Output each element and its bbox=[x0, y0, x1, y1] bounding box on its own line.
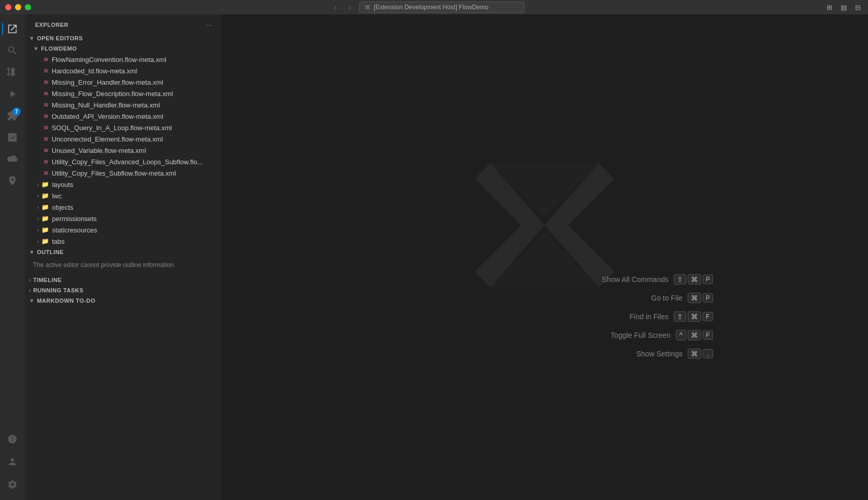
folder-objects[interactable]: › 📁 objects bbox=[25, 201, 221, 213]
key-cmd-5: ⌘ bbox=[688, 349, 701, 359]
key-cmd-1: ⌘ bbox=[688, 274, 701, 285]
close-dot[interactable] bbox=[5, 4, 11, 10]
file-soql-query[interactable]: ≋ SOQL_Query_In_A_Loop.flow-meta.xml bbox=[25, 122, 221, 133]
timeline-chevron: › bbox=[29, 277, 31, 283]
outline-section-header[interactable]: ▼ Outline bbox=[25, 247, 221, 257]
hint-label-toggle-fullscreen: Toggle Full Screen bbox=[611, 331, 671, 339]
file-label-6: Outdated_API_Version.flow-meta.xml bbox=[52, 113, 163, 120]
editor-area: Show All Commands ⇧ ⌘ P Go to File ⌘ P F… bbox=[221, 14, 868, 500]
source-control-activity-icon[interactable] bbox=[2, 62, 23, 83]
run-activity-icon[interactable] bbox=[2, 84, 23, 104]
flow-icon-10: ≋ bbox=[43, 158, 49, 165]
layout-button-2[interactable]: ▤ bbox=[839, 3, 849, 12]
layout-button-1[interactable]: ⊞ bbox=[825, 3, 834, 12]
folder-label-lwc: lwc bbox=[52, 192, 62, 200]
account-activity-icon[interactable] bbox=[2, 451, 23, 472]
layout-button-3[interactable]: ⊟ bbox=[853, 3, 863, 12]
sidebar: Explorer ··· ▼ Open Editors ▼ FlowDemo ≋… bbox=[25, 14, 221, 500]
flow-icon-2: ≋ bbox=[43, 67, 49, 74]
title-bar-center: ‹ › ⌘ [Extension Development Host] FlowD… bbox=[31, 2, 825, 13]
hint-label-show-commands: Show All Commands bbox=[602, 275, 669, 284]
search-activity-icon[interactable] bbox=[2, 40, 23, 61]
hint-label-show-settings: Show Settings bbox=[637, 350, 683, 358]
title-bar-label: [Extension Development Host] FlowDemo bbox=[374, 4, 488, 11]
flow-icon-7: ≋ bbox=[43, 124, 49, 131]
file-missing-error[interactable]: ≋ Missing_Error_Handler.flow-meta.xml bbox=[25, 76, 221, 88]
extensions-badge: 7 bbox=[12, 107, 21, 116]
sidebar-title: Explorer bbox=[35, 22, 69, 28]
flow-icon-3: ≋ bbox=[43, 79, 49, 86]
key-cmd-3: ⌘ bbox=[688, 311, 701, 322]
key-shift-3: ⇧ bbox=[674, 311, 686, 322]
open-editors-chevron: ▼ bbox=[29, 35, 35, 41]
flowdemo-label: FlowDemo bbox=[41, 45, 76, 52]
file-missing-flow-desc[interactable]: ≋ Missing_Flow_Description.flow-meta.xml bbox=[25, 88, 221, 99]
outline-label: Outline bbox=[37, 249, 64, 255]
hint-show-settings: Show Settings ⌘ , bbox=[602, 349, 713, 359]
file-outdated-api[interactable]: ≋ Outdated_API_Version.flow-meta.xml bbox=[25, 111, 221, 122]
folder-icon-permissionsets: 📁 bbox=[41, 215, 49, 222]
folder-chevron-layouts: › bbox=[37, 181, 39, 187]
key-p-2: P bbox=[703, 293, 713, 303]
test-activity-icon[interactable] bbox=[2, 127, 23, 148]
window-controls bbox=[5, 4, 31, 10]
main-layout: 7 Explorer ··· bbox=[0, 14, 868, 500]
file-label-8: Unconnected_Element.flow-meta.xml bbox=[52, 135, 163, 143]
sidebar-header-actions: ··· bbox=[204, 20, 214, 30]
markdown-todo-section-header[interactable]: ▼ Markdown To-Do bbox=[25, 295, 221, 306]
file-label-2: Hardcoded_Id.flow-meta.xml bbox=[52, 67, 137, 75]
sidebar-more-actions-button[interactable]: ··· bbox=[204, 20, 214, 30]
folder-chevron-tabs: › bbox=[37, 238, 39, 244]
hint-keys-show-commands: ⇧ ⌘ P bbox=[674, 274, 713, 285]
flowdemo-section-header[interactable]: ▼ FlowDemo bbox=[25, 43, 221, 54]
command-hints: Show All Commands ⇧ ⌘ P Go to File ⌘ P F… bbox=[602, 274, 713, 359]
hint-show-commands: Show All Commands ⇧ ⌘ P bbox=[602, 274, 713, 285]
file-utility-subflow[interactable]: ≋ Utility_Copy_Files_Subflow.flow-meta.x… bbox=[25, 167, 221, 179]
minimize-dot[interactable] bbox=[15, 4, 21, 10]
folder-chevron-staticresources: › bbox=[37, 227, 39, 233]
flow-icon-5: ≋ bbox=[43, 101, 49, 108]
folder-label-tabs: tabs bbox=[52, 238, 65, 245]
file-utility-advanced[interactable]: ≋ Utility_Copy_Files_Advanced_Loops_Subf… bbox=[25, 156, 221, 167]
folder-layouts[interactable]: › 📁 layouts bbox=[25, 179, 221, 190]
extensions-activity-icon[interactable]: 7 bbox=[2, 105, 23, 126]
file-hardcoded[interactable]: ≋ Hardcoded_Id.flow-meta.xml bbox=[25, 65, 221, 76]
file-label-9: Unused_Variable.flow-meta.xml bbox=[52, 147, 146, 154]
file-label-5: Missing_Null_Handler.flow-meta.xml bbox=[52, 101, 160, 109]
problems-activity-icon[interactable] bbox=[2, 429, 23, 449]
key-p-1: P bbox=[703, 275, 713, 284]
flow-icon-8: ≋ bbox=[43, 135, 49, 143]
running-tasks-section-header[interactable]: › Running Tasks bbox=[25, 285, 221, 295]
hint-label-find-in-files: Find in Files bbox=[630, 312, 669, 321]
nav-back-button[interactable]: ‹ bbox=[331, 2, 340, 13]
key-comma-5: , bbox=[703, 349, 713, 358]
title-bar-right: ⊞ ▤ ⊟ bbox=[825, 3, 863, 12]
folder-icon-lwc: 📁 bbox=[41, 192, 49, 199]
outline-message: The active editor cannot provide outline… bbox=[25, 257, 221, 273]
nav-forward-button[interactable]: › bbox=[345, 2, 354, 13]
maximize-dot[interactable] bbox=[25, 4, 31, 10]
file-unconnected[interactable]: ≋ Unconnected_Element.flow-meta.xml bbox=[25, 133, 221, 145]
open-editors-section-header[interactable]: ▼ Open Editors bbox=[25, 33, 221, 43]
file-label-7: SOQL_Query_In_A_Loop.flow-meta.xml bbox=[52, 124, 172, 132]
file-missing-null[interactable]: ≋ Missing_Null_Handler.flow-meta.xml bbox=[25, 99, 221, 111]
file-unused-var[interactable]: ≋ Unused_Variable.flow-meta.xml bbox=[25, 145, 221, 156]
title-bar-search[interactable]: ⌘ [Extension Development Host] FlowDemo bbox=[359, 2, 524, 13]
timeline-section-header[interactable]: › Timeline bbox=[25, 275, 221, 285]
org-activity-icon[interactable] bbox=[2, 170, 23, 191]
outline-chevron: ▼ bbox=[29, 249, 35, 255]
salesforce-activity-icon[interactable] bbox=[2, 149, 23, 169]
folder-tabs[interactable]: › 📁 tabs bbox=[25, 236, 221, 247]
hint-keys-find-in-files: ⇧ ⌘ F bbox=[674, 311, 713, 322]
folder-permissionsets[interactable]: › 📁 permissionsets bbox=[25, 213, 221, 224]
sidebar-content: ▼ Open Editors ▼ FlowDemo ≋ FlowNamingCo… bbox=[25, 33, 221, 500]
hint-go-to-file: Go to File ⌘ P bbox=[602, 293, 713, 303]
settings-activity-icon[interactable] bbox=[2, 474, 23, 495]
folder-staticresources[interactable]: › 📁 staticresources bbox=[25, 224, 221, 236]
folder-label-staticresources: staticresources bbox=[52, 226, 97, 234]
folder-chevron-objects: › bbox=[37, 204, 39, 210]
explorer-activity-icon[interactable] bbox=[2, 19, 23, 39]
file-flownaming[interactable]: ≋ FlowNamingConvention.flow-meta.xml bbox=[25, 54, 221, 65]
folder-lwc[interactable]: › 📁 lwc bbox=[25, 190, 221, 201]
flow-icon-1: ≋ bbox=[43, 56, 49, 63]
